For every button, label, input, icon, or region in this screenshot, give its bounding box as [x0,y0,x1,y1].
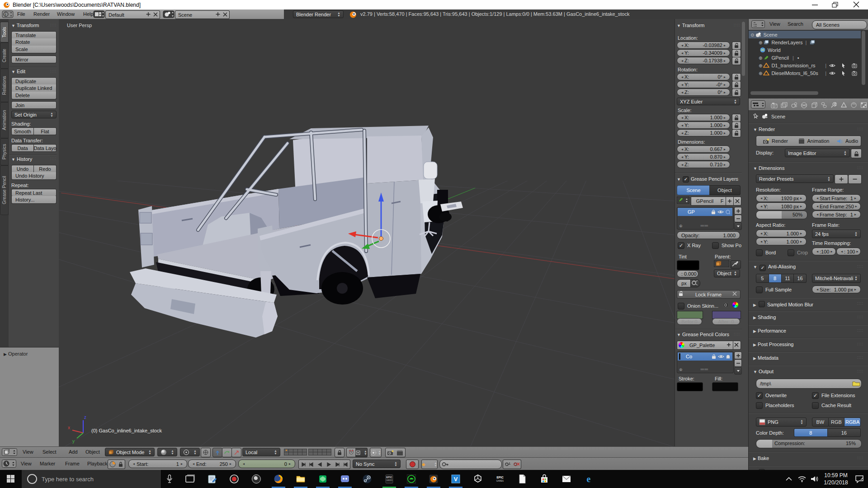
opengl-render-button[interactable] [385,448,396,457]
output-path-field[interactable]: /tmp\ [756,379,862,389]
gp-color-plus-button[interactable] [734,352,742,359]
layer-toggle[interactable] [326,452,331,455]
dimensions-y[interactable]: ◂Y:0.870▸ [677,153,730,160]
scene-add-button[interactable] [215,10,222,19]
resolution-percentage-slider[interactable]: 50% [756,211,807,219]
visibility-toggles[interactable]: | [822,70,858,76]
menu-file[interactable]: File [17,11,30,18]
tab-scene[interactable] [789,100,800,110]
stroke-placement-icon-button[interactable] [690,279,700,287]
gp-color-list[interactable]: Co⊕══ [677,352,734,373]
taskbar-icon-edge[interactable]: e [578,470,599,488]
notification-center-icon[interactable] [853,470,866,488]
disclosure-plus[interactable]: ⊕ [749,40,762,45]
aa-sample-5[interactable]: 5 [756,274,769,283]
onion-colorwheel-icon-button[interactable] [732,301,740,309]
lock-toggle[interactable] [732,49,741,57]
lock-frame-icon[interactable] [677,290,687,299]
delete-keyframe-button[interactable] [512,460,521,469]
operator-panel-header[interactable]: ▶ Operator [4,351,53,357]
button-history-menu[interactable]: History... [11,196,57,204]
lock-toggle[interactable] [732,57,741,65]
taskbar-icon-steam[interactable] [356,470,378,488]
playback-jump-start-button[interactable] [298,460,308,469]
cache-result-checkbox[interactable]: Cache Result [812,402,851,408]
timeline-menu-view[interactable]: View [21,461,35,467]
aa-filter-dropdown[interactable]: Mitchell-Netravali▲▼ [812,274,861,283]
taskbar-icon-unity[interactable] [467,470,489,488]
aa-sample-11[interactable]: 11 [782,274,794,283]
tool-shelf-tab-physics[interactable]: Physics [0,138,9,165]
lock-toggle[interactable] [732,42,741,50]
active-keying-set-field[interactable] [439,460,502,469]
gp-fake-user-button[interactable]: F [718,197,726,206]
palette-unlink-button[interactable] [733,341,741,350]
onion-after-field[interactable]: After: 0 [712,318,740,325]
close-button[interactable] [852,1,861,8]
aa-size-field[interactable]: ◂Size:1.000 px▸ [812,286,861,293]
outliner-row-dieselmotors_i6_50s[interactable]: ⊕DieselMotors_I6_50s| [749,69,861,77]
tab-constraints[interactable] [819,100,830,110]
placeholders-checkbox[interactable]: Placeholders [756,402,794,408]
outliner-row-scene[interactable]: ⊖Scene [749,31,861,38]
tab-material[interactable] [849,100,859,110]
gp-add-button[interactable] [726,197,734,206]
animation-button[interactable]: Animation [794,136,834,146]
outliner-h-scrollbar[interactable] [750,91,818,95]
button-repeat-last[interactable]: Repeat Last [11,189,57,197]
button-scale[interactable]: Scale [11,46,57,53]
button-duplicate[interactable]: Duplicate [11,77,57,85]
lock-toggle[interactable] [732,89,741,97]
gp-layer-minus-button[interactable] [734,215,742,222]
playback-play-reverse-button[interactable] [316,460,325,469]
parent-eyedropper-button[interactable] [731,260,741,269]
gp-datablock-field[interactable]: GPencil [691,197,719,206]
taskbar-icon-bluestacks[interactable] [312,470,334,488]
panel-header-gp-layers[interactable]: ▼✓Grease Pencil Layers [677,176,740,182]
outliner-filter-dropdown[interactable]: All Scenes [812,20,867,29]
tab-world[interactable] [799,100,810,110]
tool-shelf-tab-grease-pencil[interactable]: Grease Pencil [0,165,9,215]
playback-range-lock-button[interactable] [108,460,118,469]
start-field[interactable]: ◂Start:1▸ [128,460,187,468]
end-field[interactable]: ◂End:250▸ [188,460,236,468]
lock-toggle[interactable] [732,81,741,89]
onion-camera-icon-button[interactable] [723,301,731,309]
lock-toggle[interactable] [732,122,741,130]
display-lock-button[interactable] [851,149,862,158]
color-depth-8[interactable]: 8 [794,428,828,437]
border-checkbox[interactable]: Bord [756,249,776,256]
start-frame-field[interactable]: ◂Start Frame:1▸ [812,194,861,202]
tool-shelf-tab-animation[interactable]: Animation [0,102,9,138]
parent-object-icon-button[interactable] [714,260,730,268]
scene-delete-button[interactable] [222,10,230,19]
button-mirror[interactable]: Mirror [11,56,57,63]
button-join[interactable]: Join [11,101,57,109]
panel-header-edit[interactable]: ▼ Edit [11,69,57,75]
palette-name-field[interactable]: GP_Palette [687,341,726,350]
color-mode-bw[interactable]: BW [812,418,829,427]
gp-layer-row[interactable]: GP [678,208,732,216]
rotation-y[interactable]: ◂Y:-0°▸ [677,81,730,88]
minimize-button[interactable] [811,1,820,8]
tray-chevron-icon[interactable] [783,470,795,488]
taskbar-icon-firefox[interactable] [268,470,289,488]
render-engine-dropdown[interactable]: Blender Render▲▼ [293,10,344,18]
proportional-edit-dropdown[interactable]: ▲▼ [370,448,382,457]
taskbar-icon-discord[interactable] [334,470,356,488]
gp-color-minus-button[interactable] [734,359,742,367]
gp-datablock-icon-button[interactable] [677,197,690,205]
tray-wifi-icon[interactable] [796,470,808,488]
format-dropdown[interactable]: PNG▲▼ [756,418,807,427]
gp-tab-object[interactable]: Object [709,185,741,195]
disclosure-minus[interactable]: ⊖ [749,32,754,38]
preset-remove-button[interactable] [848,174,862,184]
tab-render-layers[interactable] [779,100,790,110]
n-panel-scrollbar[interactable] [742,22,745,76]
snap-element-dropdown[interactable]: ▲▼ [355,448,368,457]
lock-toggle[interactable] [732,114,741,122]
disclosure-plus[interactable]: ⊕ [749,63,762,68]
outliner-v-scrollbar[interactable] [862,31,865,85]
scale-x[interactable]: ◂X:1.000▸ [677,114,730,121]
tab-object[interactable] [809,100,820,110]
